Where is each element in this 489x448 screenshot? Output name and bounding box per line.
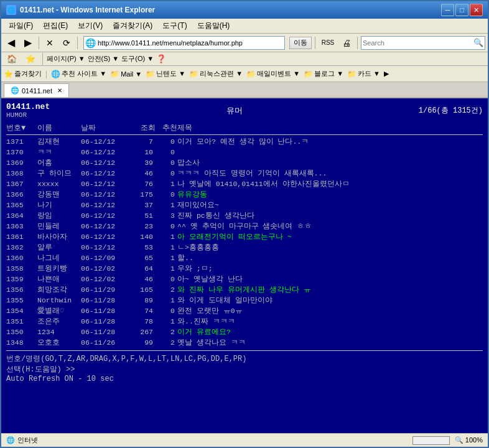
list-item[interactable]: 1355 Northwin 06-11/28 89 1 와 이게 도대체 얼마만… bbox=[6, 295, 483, 306]
page-menu[interactable]: 페이지(P) ▼ bbox=[47, 53, 85, 65]
content-area: 01411.net HUMOR 유머 1/66(총 1315건) 번호▼ 이름 … bbox=[1, 98, 488, 433]
fav-event[interactable]: 📁 매일미벤트 ▼ bbox=[246, 69, 300, 78]
fav-card[interactable]: 📁 카드 ▼ bbox=[347, 69, 380, 78]
rss-button[interactable]: RSS bbox=[319, 35, 337, 50]
row-no: 1365 bbox=[6, 201, 37, 209]
row-no: 1360 bbox=[6, 254, 37, 262]
row-views: 53 bbox=[131, 243, 156, 251]
safety-menu[interactable]: 안전(S) ▼ bbox=[88, 53, 119, 65]
row-no: 1355 bbox=[6, 296, 37, 304]
menu-help[interactable]: 도움말(H) bbox=[195, 19, 233, 32]
row-title[interactable]: 나 옛날에 01410,01411에서 야한사진올렸던사ㅁ bbox=[177, 179, 483, 189]
row-title[interactable]: 옛날 생각나요 ㅋㅋ bbox=[177, 338, 483, 347]
list-item[interactable]: 1366 강동맨 06-12/12 175 0 유유강동 bbox=[6, 189, 483, 200]
window-controls: ─ □ ✕ bbox=[441, 4, 483, 16]
menu-file[interactable]: 파일(F) bbox=[6, 19, 35, 32]
row-title[interactable]: 유유강동 bbox=[177, 190, 483, 199]
list-item[interactable]: 1370 ㅋㅋ 06-12/12 10 0 bbox=[6, 147, 483, 157]
row-views: 10 bbox=[131, 148, 156, 156]
row-title[interactable]: ㅋㅋㅋ 아직도 명령어 기억이 새록새록... bbox=[177, 169, 483, 178]
fav-nintendo[interactable]: 📁 닌텐도 ▼ bbox=[146, 69, 185, 78]
tab-close-icon[interactable]: ✕ bbox=[57, 87, 62, 94]
list-item[interactable]: 1360 나그네 06-12/09 65 1 할.. bbox=[6, 253, 483, 263]
list-item[interactable]: 1354 愛별래♡ 06-11/28 74 0 완전 오랫만 ㅠ0ㅠ bbox=[6, 306, 483, 316]
row-views: 39 bbox=[131, 159, 156, 167]
menu-view[interactable]: 보기(V) bbox=[75, 19, 105, 32]
list-item[interactable]: 1369 어흥 06-12/12 39 0 맙소사 bbox=[6, 157, 483, 168]
list-item[interactable]: 1367 xxxxx 06-12/12 76 1 나 옛날에 01410,014… bbox=[6, 179, 483, 189]
row-title[interactable]: ㄴ>흥흥흥흥 bbox=[177, 243, 483, 252]
menu-favorites[interactable]: 즐겨찾기(A) bbox=[110, 19, 155, 32]
close-button[interactable]: ✕ bbox=[470, 4, 483, 16]
print-button[interactable]: 🖨 bbox=[339, 35, 354, 50]
row-views: 46 bbox=[131, 275, 156, 283]
stop-button[interactable]: ✕ bbox=[42, 35, 57, 50]
search-icon[interactable]: 🔍 bbox=[473, 38, 483, 47]
refresh-button[interactable]: ⟳ bbox=[59, 35, 74, 50]
list-item[interactable]: 1356 희망조각 06-11/29 165 2 와 진짜 나우 유머게시판 생… bbox=[6, 284, 483, 295]
menu-tools[interactable]: 도구(T) bbox=[160, 19, 189, 32]
row-name: 나기 bbox=[37, 200, 81, 210]
fav-item-star[interactable]: ⭐ 즐겨찾기 bbox=[4, 69, 42, 78]
menu-edit[interactable]: 편집(E) bbox=[40, 19, 70, 32]
fav-sep: | bbox=[45, 70, 47, 78]
row-title[interactable]: 완전 오랫만 ㅠ0ㅠ bbox=[177, 306, 483, 315]
list-item[interactable]: 1364 랑임 06-12/12 51 3 진짜 pc통신 생각난다 bbox=[6, 210, 483, 221]
list-item[interactable]: 1361 바사아자 06-12/12 140 1 아 오래전기억이 떠오르는구나… bbox=[6, 231, 483, 242]
back-button[interactable]: ◀ bbox=[4, 35, 19, 50]
go-button[interactable]: 이동 bbox=[289, 37, 312, 49]
row-no: 1356 bbox=[6, 286, 37, 294]
list-item[interactable]: 1362 알루 06-12/12 53 1 ㄴ>흥흥흥흥 bbox=[6, 242, 483, 253]
row-title[interactable]: 와 이게 도대체 얼마만이야 bbox=[177, 296, 483, 305]
row-title[interactable]: 와..진짜 ㅋㅋㅋ bbox=[177, 317, 483, 326]
row-date: 06-12/12 bbox=[81, 233, 131, 241]
row-title[interactable]: 할.. bbox=[177, 253, 483, 263]
row-name: 구 하이므 bbox=[37, 169, 81, 178]
row-date: 06-12/12 bbox=[81, 180, 131, 188]
address-icon: 🌐 bbox=[85, 38, 96, 48]
row-title[interactable]: 와 진짜 나우 유머게시판 생각난다 ㅠ bbox=[177, 285, 483, 294]
row-title[interactable]: 이거 모아? 예전 생각 많이 난다..ㅋ bbox=[177, 137, 483, 146]
search-input[interactable] bbox=[363, 39, 473, 47]
row-title[interactable]: 맙소사 bbox=[177, 158, 483, 167]
fav-recommended[interactable]: 🌐 추천 사이트 ▼ bbox=[51, 69, 106, 78]
row-title[interactable]: 아~ 옛날생각 난다 bbox=[177, 274, 483, 284]
row-rec: 1 bbox=[156, 254, 177, 262]
row-title[interactable]: ^^ 옛 추억이 마구마구 샘솟네여 ㅎㅎ bbox=[177, 222, 483, 231]
list-item[interactable]: 1363 민들레 06-12/12 23 0 ^^ 옛 추억이 마구마구 샘솟네… bbox=[6, 221, 483, 231]
fav-linux[interactable]: 📁 리눅스관련 ▼ bbox=[189, 69, 243, 78]
maximize-button[interactable]: □ bbox=[455, 4, 468, 16]
list-item[interactable]: 1365 나기 06-12/12 37 1 재미있어요~ bbox=[6, 200, 483, 210]
favorites-star[interactable]: ⭐ bbox=[22, 52, 39, 67]
row-title[interactable]: 이거 유료에요? bbox=[177, 327, 483, 337]
row-name: 민들레 bbox=[37, 222, 81, 231]
tab-01411[interactable]: 🌐 01411.net ✕ bbox=[4, 83, 69, 97]
row-name: Northwin bbox=[37, 296, 81, 304]
fav-blog[interactable]: 📁 블로그 ▼ bbox=[304, 69, 343, 78]
tools-menu[interactable]: 도구(O) ▼ bbox=[121, 53, 154, 65]
fav-more-button[interactable]: ▶ bbox=[384, 70, 389, 78]
row-title[interactable]: 진짜 pc통신 생각난다 bbox=[177, 211, 483, 220]
list-item[interactable]: 1350 1234 06-11/28 267 2 이거 유료에요? bbox=[6, 327, 483, 337]
row-date: 06-12/09 bbox=[81, 254, 131, 262]
secondary-toolbar: 🏠 ⭐ 페이지(P) ▼ 안전(S) ▼ 도구(O) ▼ ❓ bbox=[1, 52, 488, 66]
row-title[interactable]: 아 오래전기억이 떠오르는구나 ~ bbox=[177, 232, 483, 241]
star-icon: ⭐ bbox=[4, 70, 13, 78]
row-title[interactable]: 재미있어요~ bbox=[177, 200, 483, 210]
minimize-button[interactable]: ─ bbox=[441, 4, 454, 16]
col-header-date: 날짜 bbox=[81, 123, 131, 133]
row-title[interactable]: 우와 ;ㅁ; bbox=[177, 264, 483, 273]
list-item[interactable]: 1359 나쁜애 06-12/02 46 0 아~ 옛날생각 난다 bbox=[6, 274, 483, 284]
list-item[interactable]: 1348 오호호 06-11/26 99 2 옛날 생각나요 ㅋㅋ bbox=[6, 337, 483, 348]
list-item[interactable]: 1368 구 하이므 06-12/12 46 0 ㅋㅋㅋ 아직도 명령어 기억이… bbox=[6, 168, 483, 179]
list-item[interactable]: 1358 트윙키빵 06-12/02 64 1 우와 ;ㅁ; bbox=[6, 263, 483, 274]
fav-mail[interactable]: 📁 Mail ▼ bbox=[110, 70, 142, 78]
address-input[interactable] bbox=[98, 39, 283, 47]
help-button[interactable]: ❓ bbox=[156, 53, 166, 65]
forward-button[interactable]: ▶ bbox=[21, 35, 35, 50]
row-views: 89 bbox=[131, 296, 156, 304]
list-item[interactable]: 1351 조은주 06-11/28 78 1 와..진짜 ㅋㅋㅋ bbox=[6, 316, 483, 327]
home-button[interactable]: 🏠 bbox=[4, 52, 20, 67]
list-item[interactable]: 1371 김재현 06-12/12 7 0 이거 모아? 예전 생각 많이 난다… bbox=[6, 136, 483, 147]
row-no: 1358 bbox=[6, 264, 37, 273]
